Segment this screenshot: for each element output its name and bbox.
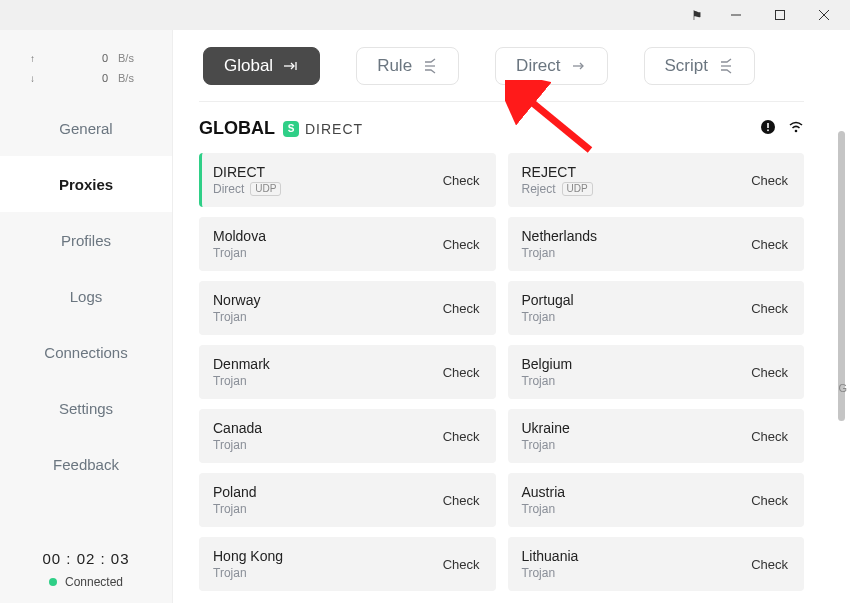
proxy-subtype: Trojan xyxy=(213,246,266,260)
connection-status: Connected xyxy=(65,575,123,589)
proxy-name: Canada xyxy=(213,420,262,438)
maximize-button[interactable] xyxy=(758,0,802,30)
download-value: 0 xyxy=(46,72,118,84)
proxy-card[interactable]: CanadaTrojanCheck xyxy=(199,409,496,463)
check-button[interactable]: Check xyxy=(443,557,480,572)
nav-proxies[interactable]: Proxies xyxy=(0,156,172,212)
proxy-subtype: Trojan xyxy=(522,374,573,388)
proxy-name: Denmark xyxy=(213,356,270,374)
scroll-index-letter: G xyxy=(838,382,847,394)
svg-rect-1 xyxy=(776,11,785,20)
nav-logs[interactable]: Logs xyxy=(0,268,172,324)
nav-list: General Proxies Profiles Logs Connection… xyxy=(0,100,172,534)
group-selected-proxy: DIRECT xyxy=(305,121,363,137)
check-button[interactable]: Check xyxy=(751,365,788,380)
scrollbar-thumb[interactable] xyxy=(838,131,845,421)
download-unit: B/s xyxy=(118,72,142,84)
mode-rule[interactable]: Rule xyxy=(356,47,459,85)
proxy-card[interactable]: PolandTrojanCheck xyxy=(199,473,496,527)
check-button[interactable]: Check xyxy=(443,493,480,508)
net-stats: ↑ 0 B/s ↓ 0 B/s xyxy=(0,30,172,100)
proxy-name: Ukraine xyxy=(522,420,570,438)
check-button[interactable]: Check xyxy=(751,237,788,252)
minimize-button[interactable] xyxy=(714,0,758,30)
proxy-name: DIRECT xyxy=(213,164,281,182)
close-icon xyxy=(819,10,829,20)
svg-rect-9 xyxy=(767,129,769,131)
nav-general[interactable]: General xyxy=(0,100,172,156)
proxy-subtype: Trojan xyxy=(213,502,257,516)
upload-arrow-icon: ↑ xyxy=(30,53,46,64)
group-header: GLOBAL S DIRECT xyxy=(199,102,804,153)
check-button[interactable]: Check xyxy=(751,429,788,444)
proxy-name: REJECT xyxy=(522,164,593,182)
check-button[interactable]: Check xyxy=(443,237,480,252)
proxy-card[interactable]: NorwayTrojanCheck xyxy=(199,281,496,335)
proxy-name: Portugal xyxy=(522,292,574,310)
proxy-card[interactable]: REJECTRejectUDPCheck xyxy=(508,153,805,207)
svg-rect-8 xyxy=(767,123,769,128)
mode-script[interactable]: Script xyxy=(644,47,755,85)
check-button[interactable]: Check xyxy=(443,429,480,444)
main-panel: Global Rule Direct xyxy=(173,30,850,603)
proxy-subtype: RejectUDP xyxy=(522,182,593,196)
proxy-name: Austria xyxy=(522,484,566,502)
global-mode-icon xyxy=(283,58,299,74)
proxy-subtype: Trojan xyxy=(522,502,566,516)
upload-value: 0 xyxy=(46,52,118,64)
proxy-card[interactable]: DIRECTDirectUDPCheck xyxy=(199,153,496,207)
status-panel: 00 : 02 : 03 Connected xyxy=(0,534,172,603)
group-badge: S xyxy=(283,121,299,137)
proxy-card[interactable]: UkraineTrojanCheck xyxy=(508,409,805,463)
nav-feedback[interactable]: Feedback xyxy=(0,436,172,492)
proxy-name: Hong Kong xyxy=(213,548,283,566)
proxy-card[interactable]: MoldovaTrojanCheck xyxy=(199,217,496,271)
proxy-subtype: Trojan xyxy=(522,438,570,452)
proxy-subtype: Trojan xyxy=(522,566,579,580)
check-button[interactable]: Check xyxy=(751,493,788,508)
proxy-card[interactable]: Hong KongTrojanCheck xyxy=(199,537,496,591)
proxy-card[interactable]: LithuaniaTrojanCheck xyxy=(508,537,805,591)
mode-global[interactable]: Global xyxy=(203,47,320,85)
mode-global-label: Global xyxy=(224,56,273,76)
wifi-icon[interactable] xyxy=(788,119,804,139)
check-button[interactable]: Check xyxy=(751,173,788,188)
proxy-name: Moldova xyxy=(213,228,266,246)
check-button[interactable]: Check xyxy=(751,301,788,316)
check-button[interactable]: Check xyxy=(443,365,480,380)
proxy-card[interactable]: AustriaTrojanCheck xyxy=(508,473,805,527)
check-button[interactable]: Check xyxy=(443,173,480,188)
proxy-card[interactable]: DenmarkTrojanCheck xyxy=(199,345,496,399)
alert-icon[interactable] xyxy=(760,119,776,139)
scrollbar-track[interactable] xyxy=(830,30,850,603)
mode-direct-label: Direct xyxy=(516,56,560,76)
proxy-name: Norway xyxy=(213,292,260,310)
group-title: GLOBAL xyxy=(199,118,275,139)
script-mode-icon xyxy=(718,58,734,74)
nav-connections[interactable]: Connections xyxy=(0,324,172,380)
proxy-grid: DIRECTDirectUDPCheckREJECTRejectUDPCheck… xyxy=(199,153,804,591)
nav-profiles[interactable]: Profiles xyxy=(0,212,172,268)
proxy-card[interactable]: PortugalTrojanCheck xyxy=(508,281,805,335)
proxy-name: Lithuania xyxy=(522,548,579,566)
sidebar: ↑ 0 B/s ↓ 0 B/s General Proxies Profiles… xyxy=(0,30,173,603)
rule-mode-icon xyxy=(422,58,438,74)
proxy-name: Poland xyxy=(213,484,257,502)
nav-settings[interactable]: Settings xyxy=(0,380,172,436)
pin-button[interactable]: ⚑ xyxy=(680,0,714,30)
proxy-card[interactable]: BelgiumTrojanCheck xyxy=(508,345,805,399)
check-button[interactable]: Check xyxy=(443,301,480,316)
mode-rule-label: Rule xyxy=(377,56,412,76)
mode-bar: Global Rule Direct xyxy=(199,30,804,102)
check-button[interactable]: Check xyxy=(751,557,788,572)
udp-badge: UDP xyxy=(250,182,281,196)
proxy-card[interactable]: NetherlandsTrojanCheck xyxy=(508,217,805,271)
proxy-subtype: Trojan xyxy=(522,310,574,324)
mode-direct[interactable]: Direct xyxy=(495,47,607,85)
upload-unit: B/s xyxy=(118,52,142,64)
proxy-subtype: Trojan xyxy=(213,310,260,324)
connection-timer: 00 : 02 : 03 xyxy=(0,550,172,567)
proxy-subtype: Trojan xyxy=(213,438,262,452)
direct-mode-icon xyxy=(571,58,587,74)
close-button[interactable] xyxy=(802,0,846,30)
